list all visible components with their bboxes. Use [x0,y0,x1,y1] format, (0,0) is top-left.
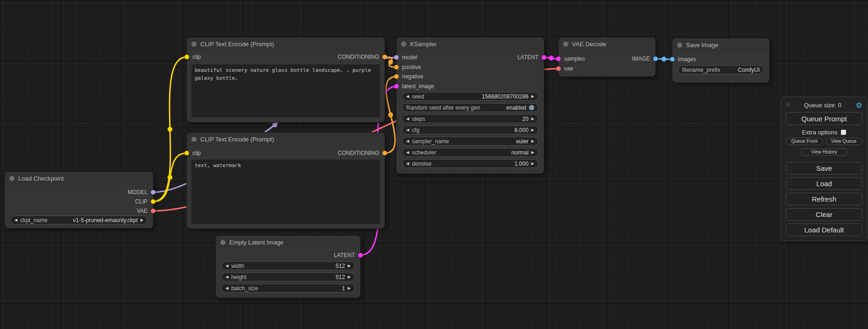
clear-button[interactable]: Clear [786,208,862,221]
node-clip-text-encode-negative[interactable]: CLIP Text Encode (Prompt) clip CONDITION… [187,133,385,229]
increment-arrow-icon[interactable]: ▶ [348,275,351,279]
increment-arrow-icon[interactable]: ▶ [348,287,351,290]
increment-arrow-icon[interactable]: ▶ [531,128,534,132]
output-label-conditioning: CONDITIONING [338,150,379,156]
load-button[interactable]: Load [786,177,862,190]
widget-ckpt-name[interactable]: ◀ ckpt_name v1-5-pruned-emaonly.ckpt ▶ [10,216,148,224]
negative-prompt-input[interactable]: text, watermark [191,160,380,224]
slot-row: latent_image [396,82,544,91]
widget-label: sampler_name [412,138,449,145]
decrement-arrow-icon[interactable]: ◀ [406,95,409,98]
extra-options-checkbox[interactable] [841,130,846,135]
input-port-images[interactable] [670,57,675,62]
output-port-vae[interactable] [151,209,155,213]
decrement-arrow-icon[interactable]: ◀ [406,151,409,154]
decrement-arrow-icon[interactable]: ◀ [406,117,409,121]
widget-value: 512 [336,263,345,269]
collapse-dot-icon[interactable] [191,42,197,47]
collapse-dot-icon[interactable] [677,42,682,48]
node-title-bar[interactable]: VAE Decode [558,37,656,50]
node-title-bar[interactable]: KSampler [396,37,544,50]
view-queue-button[interactable]: View Queue [826,138,863,145]
widget-height[interactable]: ◀ height 512 ▶ [221,273,355,281]
widget-value: ComfyUI [738,67,760,73]
output-port-latent[interactable] [358,253,363,258]
node-clip-text-encode-positive[interactable]: CLIP Text Encode (Prompt) clip CONDITION… [187,37,385,122]
refresh-button[interactable]: Refresh [786,193,862,205]
input-port-positive[interactable] [394,65,399,70]
node-ksampler[interactable]: KSampler model LATENT positive negative … [396,37,544,174]
decrement-arrow-icon[interactable]: ◀ [226,275,228,279]
load-default-button[interactable]: Load Default [786,224,862,236]
widget-denoise[interactable]: ◀ denoise 1.000 ▶ [402,159,538,168]
widget-scheduler[interactable]: ◀ scheduler normal ▶ [402,148,538,157]
decrement-arrow-icon[interactable]: ◀ [14,218,17,222]
increment-arrow-icon[interactable]: ▶ [348,264,351,268]
view-history-button[interactable]: View History [801,148,847,156]
node-vae-decode[interactable]: VAE Decode samples IMAGE vae [558,37,656,77]
node-load-checkpoint[interactable]: Load Checkpoint MODEL CLIP VAE ◀ ckpt_na… [5,172,153,228]
node-empty-latent-image[interactable]: Empty Latent Image LATENT ◀ width 512 ▶ … [216,236,360,298]
collapse-dot-icon[interactable] [9,176,14,181]
queue-front-button[interactable]: Queue Front [786,138,823,145]
collapse-dot-icon[interactable] [401,42,406,47]
increment-arrow-icon[interactable]: ▶ [531,95,534,98]
output-label-clip: CLIP [135,198,148,205]
decrement-arrow-icon[interactable]: ◀ [406,128,409,132]
input-port-vae[interactable] [556,66,561,71]
decrement-arrow-icon[interactable]: ◀ [226,264,228,268]
widget-seed[interactable]: ◀ seed 156680208700286 ▶ [402,92,538,101]
decrement-arrow-icon[interactable]: ◀ [406,140,409,143]
wire-midpoint-dot [388,112,393,117]
collapse-dot-icon[interactable] [220,240,226,245]
decrement-arrow-icon[interactable]: ◀ [226,287,228,290]
output-port-conditioning[interactable] [382,151,387,155]
output-port-image[interactable] [653,56,658,61]
widget-width[interactable]: ◀ width 512 ▶ [221,261,355,270]
input-port-negative[interactable] [394,74,399,79]
output-port-conditioning[interactable] [382,55,387,59]
node-title: CLIP Text Encode (Prompt) [200,41,274,48]
widget-cfg[interactable]: ◀ cfg 8.000 ▶ [402,126,538,134]
widget-sampler-name[interactable]: ◀ sampler_name euler ▶ [402,137,538,146]
collapse-dot-icon[interactable] [191,137,197,142]
settings-gear-icon[interactable]: ⚙ [856,101,862,110]
node-title-bar[interactable]: Load Checkpoint [5,172,153,185]
slot-row: positive [396,63,544,72]
decrement-arrow-icon[interactable]: ◀ [406,162,409,166]
queue-prompt-button[interactable]: Queue Prompt [786,112,862,125]
widget-filename-prefix[interactable]: filename_prefix ComfyUI [678,65,764,74]
node-save-image[interactable]: Save Image images filename_prefix ComfyU… [672,38,769,83]
node-graph-canvas[interactable]: Load Checkpoint MODEL CLIP VAE ◀ ckpt_na… [0,0,868,329]
node-title: Empty Latent Image [229,239,283,246]
increment-arrow-icon[interactable]: ▶ [531,162,534,166]
input-port-model[interactable] [394,55,399,60]
node-title-bar[interactable]: CLIP Text Encode (Prompt) [187,37,385,50]
node-title-bar[interactable]: Empty Latent Image [216,236,360,249]
input-port-latent-image[interactable] [394,84,399,89]
output-port-model[interactable] [151,190,155,195]
collapse-dot-icon[interactable] [563,42,568,47]
input-port-samples[interactable] [556,56,561,61]
toggle-indicator-icon[interactable] [529,105,534,110]
input-port-clip[interactable] [184,55,189,59]
widget-value: 512 [336,274,345,280]
widget-random-seed[interactable]: Random seed after every gen enabled [402,103,538,112]
positive-prompt-input[interactable]: beautiful scenery nature glass bottle la… [191,64,380,118]
increment-arrow-icon[interactable]: ▶ [141,218,143,222]
widget-label: height [231,274,247,280]
widget-value: euler [516,138,529,145]
save-button[interactable]: Save [786,162,862,175]
drag-handle-icon[interactable]: ⠿ [786,102,790,108]
increment-arrow-icon[interactable]: ▶ [531,151,534,154]
widget-steps[interactable]: ◀ steps 20 ▶ [402,114,538,123]
node-title-bar[interactable]: Save Image [672,38,769,51]
output-port-latent[interactable] [542,55,546,60]
output-port-clip[interactable] [151,199,155,204]
widget-value: enabled [506,105,526,111]
node-title-bar[interactable]: CLIP Text Encode (Prompt) [187,133,385,146]
input-port-clip[interactable] [184,151,189,155]
increment-arrow-icon[interactable]: ▶ [531,117,534,121]
increment-arrow-icon[interactable]: ▶ [531,140,534,143]
widget-batch-size[interactable]: ◀ batch_size 1 ▶ [221,284,355,293]
